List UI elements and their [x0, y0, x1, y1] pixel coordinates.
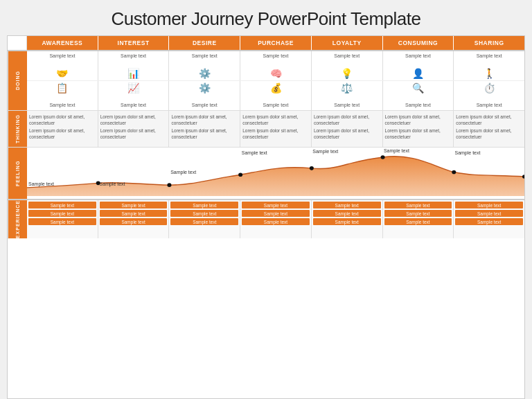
- feeling-curve: [27, 148, 524, 196]
- thinking-c3: Lorem ipsum dolor sit amet, consectetuer…: [169, 111, 240, 147]
- header-interest: INTEREST: [98, 36, 170, 50]
- thinking-c4: Lorem ipsum dolor sit amet, consectetuer…: [240, 111, 312, 147]
- exp-c2: Sample text Sample text Sample text: [98, 200, 170, 238]
- corner-empty: [8, 36, 27, 50]
- balance-icon: ⚖️: [341, 83, 353, 93]
- header-purchase: PURCHASE: [240, 36, 312, 50]
- thinking-c5: Lorem ipsum dolor sit amet, consectetuer…: [312, 111, 383, 147]
- header-row: AWARENESS INTEREST DESIRE PURCHASE LOYAL…: [8, 36, 524, 50]
- exp-item: Sample text: [384, 210, 452, 217]
- thinking-c7: Lorem ipsum dolor sit amet, consectetuer…: [454, 111, 524, 147]
- gear-icon: ⚙️: [199, 69, 211, 78]
- exp-item: Sample text: [170, 210, 238, 217]
- svg-point-4: [381, 155, 385, 159]
- exp-item: Sample text: [28, 202, 96, 209]
- trendline-icon: 📈: [127, 83, 139, 93]
- exp-item: Sample text: [384, 202, 452, 209]
- doing-r1-c4: Sample text 🧠: [240, 51, 312, 80]
- feeling-label: FEELING: [8, 148, 27, 199]
- exp-item: Sample text: [242, 218, 310, 225]
- doing-section: DOING Sample text 🤝 Sample text 📊 Sample…: [8, 50, 524, 110]
- doing-row-1: Sample text 🤝 Sample text 📊 Sample text …: [27, 51, 524, 81]
- doing-row-2: 📋 Sample text 📈 Sample text ⚙️ Sample te…: [27, 81, 524, 110]
- feeling-chart-area: Sample text Sample text Sample text Samp…: [27, 148, 524, 199]
- header-desire: DESIRE: [169, 36, 240, 50]
- doing-r1-c5: Sample text 💡: [312, 51, 383, 80]
- chart-icon: 📊: [127, 69, 139, 78]
- doing-r2-c2: 📈 Sample text: [98, 81, 170, 110]
- exp-c3: Sample text Sample text Sample text: [169, 200, 240, 238]
- svg-point-3: [310, 166, 314, 170]
- search-icon: 🔍: [412, 83, 424, 93]
- thinking-c2: Lorem ipsum dolor sit amet, consectetuer…: [98, 111, 170, 147]
- experience-label: EXPERIENCE: [8, 200, 27, 238]
- page-title: Customer Journey PowerPoint Template: [112, 0, 421, 35]
- exp-c7: Sample text Sample text Sample text: [454, 200, 524, 238]
- exp-item: Sample text: [100, 218, 168, 225]
- exp-c4: Sample text Sample text Sample text: [240, 200, 312, 238]
- header-awareness: AWARENESS: [27, 36, 98, 50]
- doing-r2-c4: 💰 Sample text: [240, 81, 312, 110]
- exp-c5: Sample text Sample text Sample text: [312, 200, 383, 238]
- money-icon: 💰: [270, 83, 282, 93]
- doing-r1-c2: Sample text 📊: [98, 51, 170, 80]
- header-consuming: CONSUMING: [383, 36, 454, 50]
- brain-icon: 🧠: [270, 69, 282, 78]
- doing-r2-c3: ⚙️ Sample text: [169, 81, 240, 110]
- exp-item: Sample text: [100, 202, 168, 209]
- clipboard-icon: 📋: [56, 83, 68, 93]
- doing-r1-c1: Sample text 🤝: [27, 51, 98, 80]
- svg-point-0: [96, 181, 100, 186]
- exp-item: Sample text: [100, 210, 168, 217]
- doing-content: Sample text 🤝 Sample text 📊 Sample text …: [27, 51, 524, 110]
- bulb-icon: 💡: [341, 69, 353, 78]
- doing-r2-c1: 📋 Sample text: [27, 81, 98, 110]
- thinking-section: THINKING Lorem ipsum dolor sit amet, con…: [8, 110, 524, 147]
- exp-item: Sample text: [242, 202, 310, 209]
- handshake-icon: 🤝: [56, 69, 68, 78]
- exp-item: Sample text: [313, 202, 381, 209]
- doing-r1-c6: Sample text 👤: [383, 51, 454, 80]
- exp-c1: Sample text Sample text Sample text: [27, 200, 98, 238]
- main-container: AWARENESS INTEREST DESIRE PURCHASE LOYAL…: [7, 35, 525, 399]
- doing-r2-c5: ⚖️ Sample text: [312, 81, 383, 110]
- exp-item: Sample text: [313, 210, 381, 217]
- experience-section: EXPERIENCE Sample text Sample text Sampl…: [8, 199, 524, 238]
- settings-icon: ⚙️: [199, 83, 211, 93]
- exp-item: Sample text: [455, 202, 523, 209]
- exp-item: Sample text: [170, 218, 238, 225]
- exp-item: Sample text: [313, 218, 381, 225]
- feeling-section: FEELING: [8, 147, 524, 199]
- walk-icon: 🚶: [484, 69, 495, 78]
- exp-item: Sample text: [384, 218, 452, 225]
- exp-c6: Sample text Sample text Sample text: [383, 200, 454, 238]
- doing-r1-c7: Sample text 🚶: [454, 51, 524, 80]
- doing-label: DOING: [8, 51, 27, 110]
- experience-content: Sample text Sample text Sample text Samp…: [27, 200, 524, 238]
- thinking-c1: Lorem ipsum dolor sit amet, consectetuer…: [27, 111, 98, 147]
- thinking-c6: Lorem ipsum dolor sit amet, consectetuer…: [383, 111, 454, 147]
- header-loyalty: LOYALTY: [312, 36, 383, 50]
- exp-item: Sample text: [455, 218, 523, 225]
- exp-item: Sample text: [455, 210, 523, 217]
- exp-item: Sample text: [28, 218, 96, 225]
- person-icon: 👤: [412, 69, 424, 78]
- header-sharing: SHARING: [454, 36, 524, 50]
- doing-r1-c3: Sample text ⚙️: [169, 51, 240, 80]
- svg-point-2: [238, 172, 242, 177]
- timer-icon: ⏱️: [484, 83, 495, 93]
- svg-point-1: [167, 183, 171, 187]
- doing-r2-c7: ⏱️ Sample text: [454, 81, 524, 110]
- svg-point-5: [452, 170, 456, 175]
- thinking-content: Lorem ipsum dolor sit amet, consectetuer…: [27, 111, 524, 147]
- exp-item: Sample text: [242, 210, 310, 217]
- thinking-label: THINKING: [8, 111, 27, 147]
- exp-item: Sample text: [28, 210, 96, 217]
- exp-item: Sample text: [170, 202, 238, 209]
- doing-r2-c6: 🔍 Sample text: [383, 81, 454, 110]
